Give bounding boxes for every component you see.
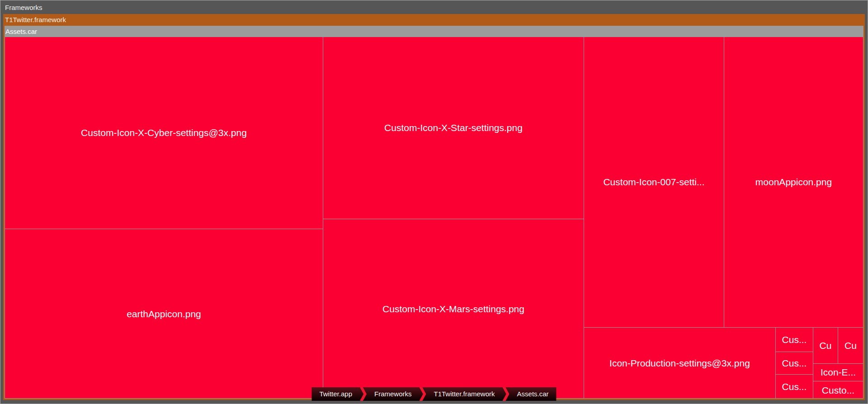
- cell-label: Custom-Icon-X-Star-settings.png: [384, 122, 523, 133]
- cell-label: Cu: [820, 340, 832, 351]
- treemap-cell-custo[interactable]: Custo...: [813, 381, 863, 398]
- breadcrumb-label: Frameworks: [374, 390, 412, 398]
- treemap-cell-custom-icon-007-settings[interactable]: Custom-Icon-007-setti...: [584, 37, 724, 327]
- treemap-cell-earthappicon[interactable]: earthAppicon.png: [5, 229, 323, 398]
- breadcrumb: Twitter.app Frameworks T1Twitter.framewo…: [311, 387, 556, 401]
- treemap-cell-custom-icon-x-mars-settings[interactable]: Custom-Icon-X-Mars-settings.png: [323, 219, 584, 398]
- cell-label: Custom-Icon-X-Cyber-settings@3x.png: [81, 127, 247, 138]
- cell-label: Custom-Icon-007-setti...: [603, 177, 704, 188]
- breadcrumb-label: Assets.car: [517, 390, 549, 398]
- breadcrumb-label: Twitter.app: [319, 390, 352, 398]
- assets-car-label: Assets.car: [5, 28, 37, 35]
- cell-label: Custom-Icon-X-Mars-settings.png: [382, 304, 524, 315]
- cell-label: Cus...: [782, 381, 807, 392]
- t1twitter-framework-header[interactable]: T1Twitter.framework: [3, 14, 865, 26]
- breadcrumb-item-twitter-app[interactable]: Twitter.app: [311, 387, 360, 401]
- t1twitter-framework-label: T1Twitter.framework: [5, 16, 66, 23]
- cell-label: moonAppicon.png: [755, 177, 832, 188]
- cell-label: Icon-Production-settings@3x.png: [609, 358, 750, 369]
- chevron-right-icon: [503, 387, 509, 401]
- frameworks-group-label: Frameworks: [5, 4, 42, 11]
- breadcrumb-item-assets-car[interactable]: Assets.car: [509, 387, 557, 401]
- treemap-cell-icon-production-settings[interactable]: Icon-Production-settings@3x.png: [584, 328, 775, 398]
- cell-label: Cus...: [782, 334, 807, 345]
- treemap-cell-cus-3[interactable]: Cus...: [776, 375, 813, 398]
- cell-label: earthAppicon.png: [127, 309, 201, 319]
- breadcrumb-item-t1twitter-framework[interactable]: T1Twitter.framework: [426, 387, 503, 401]
- treemap-cell-icon-e[interactable]: Icon-E...: [813, 364, 863, 381]
- breadcrumb-label: T1Twitter.framework: [434, 390, 495, 398]
- cell-label: Cu: [844, 340, 857, 351]
- cell-label: Cus...: [782, 358, 807, 369]
- assets-car-header[interactable]: Assets.car: [5, 26, 863, 37]
- cell-label: Icon-E...: [821, 367, 856, 378]
- treemap-cell-cu-2[interactable]: Cu: [838, 328, 863, 363]
- treemap-cell-cus-1[interactable]: Cus...: [776, 328, 813, 352]
- chevron-right-icon: [420, 387, 426, 401]
- treemap-cell-custom-icon-x-cyber-settings[interactable]: Custom-Icon-X-Cyber-settings@3x.png: [5, 37, 323, 229]
- cell-label: Custo...: [822, 385, 854, 396]
- assets-car-group: Assets.car Custom-Icon-X-Cyber-settings@…: [5, 26, 863, 399]
- treemap-cell-cu-1[interactable]: Cu: [813, 328, 838, 363]
- treemap-cells-area: Custom-Icon-X-Cyber-settings@3x.png eart…: [5, 37, 863, 398]
- chevron-right-icon: [360, 387, 367, 401]
- t1twitter-framework-group: T1Twitter.framework Assets.car Custom-Ic…: [3, 14, 865, 400]
- breadcrumb-item-frameworks[interactable]: Frameworks: [367, 387, 420, 401]
- treemap-window: Frameworks T1Twitter.framework Assets.ca…: [0, 0, 868, 404]
- treemap-cell-moonappicon[interactable]: moonAppicon.png: [724, 37, 863, 327]
- treemap-cell-custom-icon-x-star-settings[interactable]: Custom-Icon-X-Star-settings.png: [323, 37, 584, 219]
- frameworks-group-header[interactable]: Frameworks: [1, 1, 867, 14]
- treemap-cell-cus-2[interactable]: Cus...: [776, 352, 813, 374]
